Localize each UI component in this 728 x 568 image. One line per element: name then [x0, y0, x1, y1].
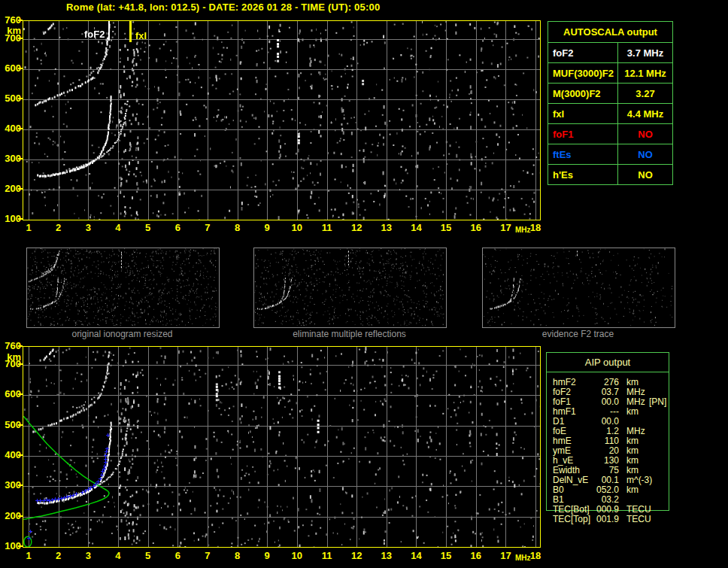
autoscala-value: NO — [618, 165, 673, 185]
autoscala-param: fxI — [548, 104, 618, 124]
x-tick-label: 16 — [471, 222, 481, 233]
aip-row: TEC[Top]001.9TECU — [547, 515, 678, 524]
autoscala-row: MUF(3000)F212.1 MHz — [548, 63, 673, 84]
bottom-plot-y-unit-label: km — [2, 351, 21, 363]
x-tick-label: 5 — [145, 550, 150, 561]
x-tick-label: 6 — [175, 222, 180, 233]
aip-unit: km — [626, 407, 639, 417]
thumbnail-f2-canvas — [483, 248, 673, 326]
x-tick-label: 14 — [411, 222, 421, 233]
x-tick-label: 5 — [145, 222, 150, 233]
x-tick-label: 12 — [351, 550, 362, 561]
x-tick-label: 15 — [441, 222, 451, 233]
autoscala-value: NO — [618, 124, 673, 144]
fxI-marker-label: fxI — [135, 30, 147, 41]
aip-unit: TECU — [626, 515, 651, 524]
autoscala-row: foF1NO — [548, 124, 673, 144]
autoscala-window: Rome (lat: +41.8, lon: 012.5) - DATE: 20… — [0, 0, 728, 568]
aip-output-panel: AIP output hmF2276kmfoF203.7MHzfoF100.0M… — [546, 352, 669, 511]
x-tick-label: 8 — [235, 222, 240, 233]
bottom-ionogram-canvas — [23, 347, 540, 547]
foF2-marker-label: foF2 — [84, 29, 105, 40]
autoscala-value: 4.4 MHz — [618, 104, 673, 124]
autoscala-param: h'Es — [548, 165, 618, 185]
thumbnail-f2-trace — [482, 248, 675, 328]
aip-panel-title: AIP output — [547, 353, 669, 372]
autoscala-value: 12.1 MHz — [618, 63, 673, 84]
thumbnail-eliminate-canvas — [254, 248, 444, 326]
x-tick-label: 17 — [500, 550, 511, 561]
x-tick-label: 1 — [26, 222, 31, 233]
thumbnail-original-ionogram — [26, 248, 220, 328]
autoscala-param: foF2 — [548, 43, 618, 63]
bottom-ionogram-frame — [23, 346, 541, 548]
top-plot-y-unit-label: km — [2, 25, 21, 36]
autoscala-row: h'EsNO — [548, 165, 673, 185]
thumbnail-original-canvas — [27, 248, 217, 326]
x-tick-label: 8 — [235, 550, 240, 561]
autoscala-row: foF23.7 MHz — [548, 43, 673, 63]
autoscala-row: M(3000)F23.27 — [548, 84, 673, 104]
autoscala-param: ftEs — [548, 144, 618, 165]
x-tick-label: 12 — [351, 222, 362, 233]
x-tick-label: 13 — [381, 222, 392, 233]
x-tick-label: 10 — [292, 222, 302, 233]
x-tick-label: 14 — [411, 550, 421, 561]
aip-value: 001.9 — [569, 515, 619, 524]
autoscala-param: M(3000)F2 — [548, 84, 618, 104]
thumbnail-eliminate-reflections — [253, 248, 447, 328]
x-tick-label: 6 — [175, 550, 180, 561]
autoscala-param: MUF(3000)F2 — [548, 63, 618, 84]
x-tick-label: 7 — [205, 222, 210, 233]
x-tick-label: 18 — [530, 550, 541, 561]
x-tick-label: 11 — [322, 222, 332, 233]
bottom-plot-x-unit-label: MHz — [515, 554, 531, 562]
x-tick-label: 18 — [530, 222, 541, 233]
autoscala-row: fxI4.4 MHz — [548, 104, 673, 124]
x-tick-label: 11 — [322, 550, 332, 561]
x-tick-label: 9 — [265, 550, 270, 561]
top-plot-x-unit-label: MHz — [515, 226, 531, 234]
x-tick-label: 16 — [471, 550, 481, 561]
x-tick-label: 1 — [26, 550, 31, 561]
x-tick-label: 2 — [56, 222, 61, 233]
x-tick-label: 4 — [115, 550, 120, 561]
top-ionogram-frame: foF2 fxI — [23, 20, 541, 220]
x-tick-label: 10 — [292, 550, 302, 561]
thumbnail-original-caption: original ionogram resized — [26, 329, 218, 339]
thumbnail-f2-caption: evidence F2 trace — [482, 329, 674, 339]
x-tick-label: 7 — [205, 550, 210, 561]
autoscala-table: AUTOSCALA output foF23.7 MHzMUF(3000)F21… — [548, 21, 673, 185]
aip-note: [PN] — [649, 397, 666, 407]
thumbnail-eliminate-caption: eliminate multiple reflections — [253, 329, 445, 339]
x-tick-label: 3 — [86, 550, 91, 561]
station-date-time-title: Rome (lat: +41.8, lon: 012.5) - DATE: 20… — [66, 2, 380, 13]
x-tick-label: 9 — [265, 222, 270, 233]
autoscala-table-title: AUTOSCALA output — [548, 22, 673, 43]
x-tick-label: 2 — [56, 550, 61, 561]
top-ionogram-canvas — [23, 21, 540, 220]
aip-unit: km — [626, 485, 639, 495]
autoscala-value: 3.27 — [618, 84, 673, 104]
x-tick-label: 15 — [441, 550, 451, 561]
autoscala-value: 3.7 MHz — [618, 43, 673, 63]
x-tick-label: 3 — [86, 222, 91, 233]
x-tick-label: 17 — [500, 222, 511, 233]
x-tick-label: 4 — [115, 222, 120, 233]
autoscala-value: NO — [618, 144, 673, 165]
autoscala-param: foF1 — [548, 124, 618, 144]
autoscala-row: ftEsNO — [548, 144, 673, 165]
x-tick-label: 13 — [381, 550, 392, 561]
